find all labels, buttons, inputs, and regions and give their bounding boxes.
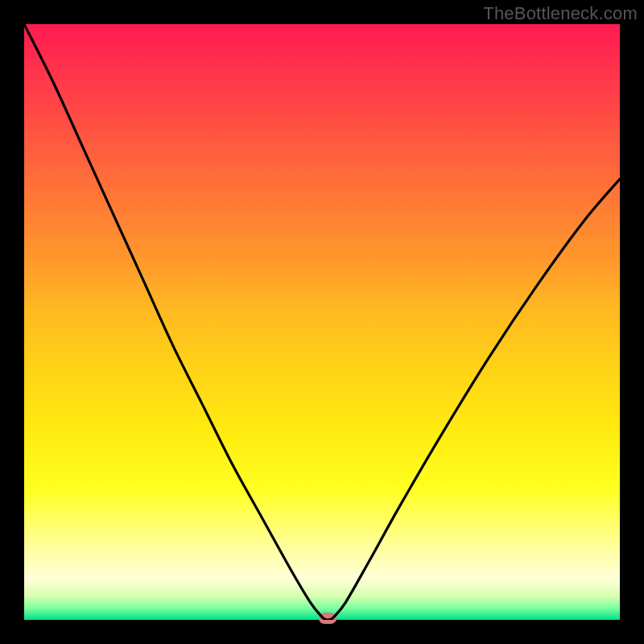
bottleneck-curve-path [24,24,620,620]
watermark-text: TheBottleneck.com [483,3,638,24]
chart-frame: TheBottleneck.com [0,0,644,644]
bottleneck-curve-svg [24,24,620,620]
